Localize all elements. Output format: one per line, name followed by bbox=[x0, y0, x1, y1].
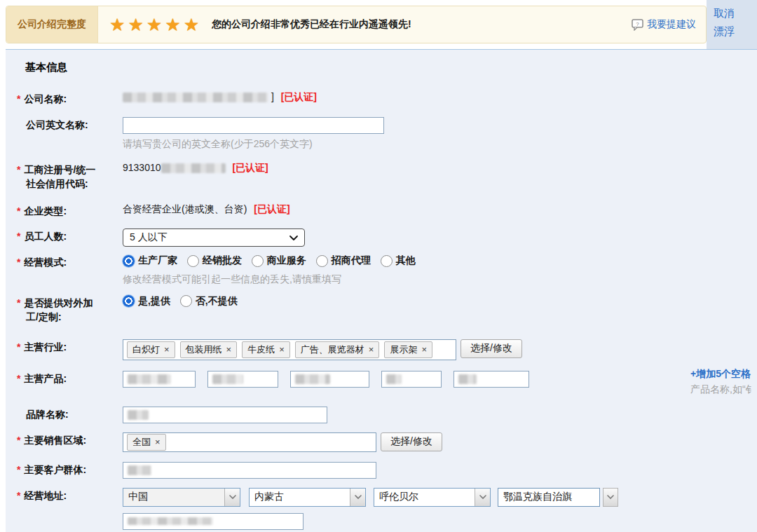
redacted-reg-number bbox=[161, 163, 226, 173]
product-input-3[interactable] bbox=[290, 371, 369, 388]
chevron-down-icon bbox=[289, 236, 298, 240]
reg-number-value: 9133010 bbox=[123, 162, 161, 173]
industry-tag: 牛皮纸× bbox=[242, 341, 290, 358]
region-select-button[interactable]: 选择/修改 bbox=[381, 432, 442, 451]
main-products-label: *主营产品: bbox=[14, 369, 123, 386]
redacted-street bbox=[128, 517, 213, 525]
radio-selected-icon bbox=[123, 255, 135, 267]
sales-region-label: *主要销售区域: bbox=[14, 431, 123, 447]
company-name-en-hint: 请填写贵公司的英文全称(少于256个英文字) bbox=[123, 138, 757, 151]
employee-count-label: *员工人数: bbox=[14, 227, 123, 243]
radio-icon bbox=[381, 255, 393, 267]
customer-group-input[interactable] bbox=[123, 462, 376, 479]
radio-outsourcing-yes[interactable]: 是,提供 bbox=[123, 295, 170, 308]
reg-number-label: *工商注册号/统一社会信用代码: bbox=[14, 161, 123, 191]
chevron-down-icon bbox=[350, 489, 365, 506]
remove-tag-icon[interactable]: × bbox=[421, 344, 427, 355]
company-name-row: *公司名称: ] [已认证] bbox=[14, 90, 757, 106]
industry-select-button[interactable]: 选择/修改 bbox=[461, 339, 522, 358]
floating-controls: 取消 漂浮 bbox=[707, 0, 757, 49]
brand-name-row: 品牌名称: bbox=[14, 405, 757, 423]
district-select[interactable]: 鄂温克族自治旗 bbox=[498, 488, 600, 507]
completeness-message: 您的公司介绍非常优秀已经在行业内遥遥领先! bbox=[212, 18, 411, 31]
company-name-en-row: 公司英文名称: 请填写贵公司的英文全称(少于256个英文字) bbox=[14, 116, 757, 151]
remove-tag-icon[interactable]: × bbox=[369, 344, 374, 355]
product-input-2[interactable] bbox=[207, 371, 278, 388]
city-select[interactable]: 呼伦贝尔 bbox=[374, 488, 491, 507]
add-slots-link[interactable]: +增加5个空格 bbox=[690, 368, 751, 379]
cancel-link[interactable]: 取消 bbox=[714, 7, 757, 20]
business-model-radio-group: 生产厂家 经销批发 商业服务 招商代理 其他 bbox=[123, 254, 757, 269]
redacted-customer bbox=[128, 465, 151, 475]
completeness-banner: 公司介绍完整度 ★★★★★ 您的公司介绍非常优秀已经在行业内遥遥领先! ? 我要… bbox=[6, 6, 707, 43]
radio-distributor[interactable]: 经销批发 bbox=[187, 254, 242, 267]
radio-icon bbox=[316, 255, 328, 267]
district-select-arrow[interactable] bbox=[603, 488, 618, 507]
industry-tag: 展示架× bbox=[384, 341, 432, 358]
brand-name-input[interactable] bbox=[123, 407, 327, 423]
star-icon: ★ bbox=[165, 15, 183, 34]
float-link[interactable]: 漂浮 bbox=[714, 25, 757, 39]
country-select[interactable]: 中国 bbox=[123, 488, 240, 507]
product-input-1[interactable] bbox=[123, 371, 196, 388]
verified-badge: [已认证] bbox=[232, 162, 268, 173]
main-products-row: *主营产品: +增加5个空格 产品名称,如“钅 bbox=[14, 369, 757, 388]
remove-tag-icon[interactable]: × bbox=[155, 437, 161, 447]
redacted-product bbox=[128, 374, 171, 384]
customer-group-row: *主要客户群体: bbox=[14, 461, 757, 479]
region-tag: 全国× bbox=[127, 434, 166, 451]
remove-tag-icon[interactable]: × bbox=[226, 344, 232, 355]
radio-producer[interactable]: 生产厂家 bbox=[123, 254, 177, 267]
outsourcing-row: *是否提供对外加工/定制: 是,提供 否,不提供 bbox=[14, 294, 757, 324]
verified-badge: [已认证] bbox=[254, 203, 289, 214]
radio-outsourcing-no[interactable]: 否,不提供 bbox=[180, 295, 238, 308]
redacted-company-name bbox=[123, 93, 268, 102]
suggest-link[interactable]: ? 我要提建议 bbox=[632, 18, 696, 31]
street-address-input[interactable] bbox=[123, 513, 304, 530]
radio-other[interactable]: 其他 bbox=[381, 254, 416, 267]
company-type-row: *企业类型: 合资经营企业(港或澳、台资) [已认证] bbox=[14, 202, 757, 218]
section-title: 基本信息 bbox=[25, 61, 757, 74]
company-type-label: *企业类型: bbox=[14, 202, 123, 218]
redacted-product bbox=[386, 374, 402, 384]
verified-badge: [已认证] bbox=[281, 91, 317, 102]
svg-text:?: ? bbox=[636, 20, 639, 27]
employee-count-row: *员工人数: 5 人以下 bbox=[14, 227, 757, 247]
radio-icon bbox=[252, 255, 264, 267]
radio-service[interactable]: 商业服务 bbox=[252, 254, 306, 267]
bracket-text: ] bbox=[271, 91, 274, 102]
outsourcing-label: *是否提供对外加工/定制: bbox=[14, 294, 123, 324]
industry-tag: 白炽灯× bbox=[127, 341, 175, 358]
redacted-product bbox=[212, 374, 243, 384]
business-model-hint: 修改经营模式可能引起一些信息的丢失,请慎重填写 bbox=[123, 273, 757, 286]
company-name-en-label: 公司英文名称: bbox=[14, 116, 123, 132]
sales-region-row: *主要销售区域: 全国× 选择/修改 bbox=[14, 431, 757, 452]
feedback-bubble-icon: ? bbox=[632, 19, 644, 31]
main-industry-row: *主营行业: 白炽灯× 包装用纸× 牛皮纸× 广告、展览器材× 展示架× 选择/… bbox=[14, 338, 757, 360]
star-icon: ★ bbox=[128, 15, 146, 34]
province-select[interactable]: 内蒙古 bbox=[249, 488, 366, 507]
remove-tag-icon[interactable]: × bbox=[279, 344, 285, 355]
employee-count-select[interactable]: 5 人以下 bbox=[123, 229, 305, 247]
reg-number-row: *工商注册号/统一社会信用代码: 9133010 [已认证] bbox=[14, 161, 757, 191]
completeness-label: 公司介绍完整度 bbox=[6, 6, 98, 43]
star-icon: ★ bbox=[184, 15, 202, 34]
radio-agent[interactable]: 招商代理 bbox=[316, 254, 371, 267]
redacted-product bbox=[295, 374, 330, 384]
radio-icon bbox=[180, 295, 192, 307]
company-name-en-input[interactable] bbox=[123, 117, 384, 134]
product-name-hint: 产品名称,如“钅 bbox=[690, 383, 756, 396]
remove-tag-icon[interactable]: × bbox=[164, 344, 170, 355]
product-input-5[interactable] bbox=[453, 371, 529, 388]
chevron-down-icon bbox=[224, 489, 240, 506]
industry-tag-box[interactable]: 白炽灯× 包装用纸× 牛皮纸× 广告、展览器材× 展示架× bbox=[123, 339, 456, 360]
main-industry-label: *主营行业: bbox=[14, 338, 123, 354]
radio-icon bbox=[187, 255, 199, 267]
customer-group-label: *主要客户群体: bbox=[14, 461, 123, 477]
region-tag-box[interactable]: 全国× bbox=[123, 432, 376, 452]
industry-tag: 广告、展览器材× bbox=[295, 341, 380, 358]
company-name-label: *公司名称: bbox=[14, 90, 123, 106]
radio-selected-icon bbox=[123, 295, 135, 307]
product-input-4[interactable] bbox=[381, 371, 442, 388]
redacted-brand bbox=[128, 410, 149, 420]
